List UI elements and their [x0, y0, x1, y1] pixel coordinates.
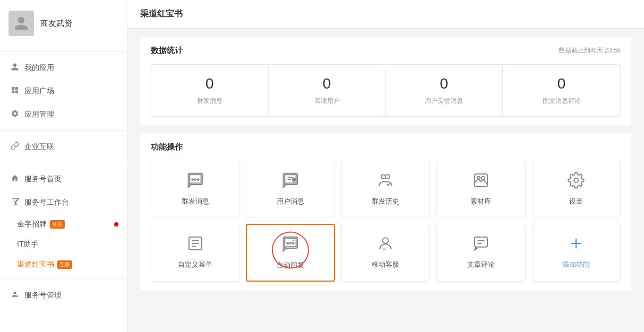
sidebar-sub-item-channel-redbook[interactable]: 渠道红宝书 互联 [0, 255, 127, 275]
function-mass-history[interactable]: 群发历史 [341, 161, 430, 217]
function-mass-msg-label: 群发消息 [182, 197, 209, 206]
article-comment-icon [473, 235, 490, 255]
function-auto-reply[interactable]: 自动回复 [246, 224, 334, 282]
stat-user-feedback-label: 用户反馈消息 [394, 97, 494, 106]
svg-point-1 [192, 179, 193, 180]
settings-icon [568, 172, 585, 191]
page-title: 渠道红宝书 [140, 9, 183, 18]
stats-data-time: 数据截止到昨天 23:59 [559, 46, 621, 55]
menu-list-icon [187, 235, 204, 255]
functions-row-1: 群发消息 用户消息 群发历史 [151, 161, 621, 217]
svg-point-13 [574, 178, 578, 182]
stats-grid: 0 群发消息 0 阅读用户 0 用户反馈消息 0 图文消息评论 [151, 64, 621, 117]
stat-mass-msg-value: 0 [160, 75, 260, 92]
function-mobile-service[interactable]: 移动客服 [341, 224, 430, 282]
function-mass-msg[interactable]: 群发消息 [151, 161, 239, 217]
person-icon [11, 63, 19, 73]
svg-point-0 [13, 292, 16, 294]
avatar [8, 11, 34, 36]
function-mobile-service-label: 移动客服 [372, 260, 399, 269]
content-area: 数据统计 数据截止到昨天 23:59 0 群发消息 0 阅读用户 0 用户反馈消… [127, 29, 644, 299]
user-profile: 商友武贤 [0, 0, 127, 47]
function-add[interactable]: 添加功能 [532, 224, 621, 282]
stat-mass-msg-label: 群发消息 [160, 97, 260, 106]
headset-icon [377, 235, 394, 255]
svg-point-3 [198, 179, 199, 180]
svg-point-2 [194, 179, 196, 180]
stats-section: 数据统计 数据截止到昨天 23:59 0 群发消息 0 阅读用户 0 用户反馈消… [140, 37, 631, 125]
username: 商友武贤 [40, 19, 72, 29]
svg-point-9 [385, 174, 390, 179]
auto-chat-icon [282, 235, 299, 255]
sidebar-sub-item-channel-redbook-label: 渠道红宝书 [17, 260, 54, 269]
sidebar-item-enterprise[interactable]: 企业互联 [0, 135, 127, 159]
svg-rect-22 [475, 237, 487, 247]
sidebar-item-my-apps-label: 我的应用 [24, 63, 54, 73]
group-history-icon [377, 172, 394, 191]
function-settings-label: 设置 [569, 197, 583, 206]
sidebar-item-service-manage-label: 服务号管理 [24, 291, 62, 300]
stat-graphic-comment: 0 图文消息评论 [503, 65, 620, 116]
grid-icon [11, 86, 19, 97]
sidebar-sub-item-golden-sign-label: 金字招牌 [17, 220, 47, 229]
sidebar-item-service-home-label: 服务号首页 [24, 174, 62, 184]
functions-section-title: 功能操作 [151, 142, 621, 152]
function-custom-menu[interactable]: 自定义菜单 [151, 224, 239, 282]
svg-point-8 [381, 174, 385, 179]
stats-section-header: 数据统计 数据截止到昨天 23:59 [151, 46, 621, 56]
stat-mass-msg: 0 群发消息 [151, 65, 269, 116]
sidebar-item-app-manage[interactable]: 应用管理 [0, 103, 127, 126]
function-mass-history-label: 群发历史 [372, 197, 399, 206]
function-auto-reply-label: 自动回复 [277, 260, 304, 270]
svg-point-18 [287, 242, 288, 244]
function-material-label: 素材库 [470, 197, 491, 206]
svg-point-19 [290, 242, 291, 244]
stats-section-title: 数据统计 [151, 46, 183, 56]
sidebar-item-app-market-label: 应用广场 [24, 86, 54, 96]
sidebar-sub-item-it-helper[interactable]: IT助手 [0, 234, 127, 255]
function-add-label: 添加功能 [562, 260, 590, 269]
function-material[interactable]: 素材库 [436, 161, 525, 217]
page-header: 渠道红宝书 [127, 0, 644, 29]
sidebar-item-service-manage[interactable]: 服务号管理 [0, 284, 127, 307]
function-article-comment[interactable]: 文章评论 [436, 224, 525, 282]
sidebar-item-service-home[interactable]: 服务号首页 [0, 168, 127, 191]
function-user-msg-label: 用户消息 [277, 197, 304, 206]
stat-graphic-comment-label: 图文消息评论 [511, 97, 612, 106]
sidebar-sub-item-golden-sign[interactable]: 金字招牌 互联 [0, 214, 127, 234]
sidebar-item-service-workbench-label: 服务号工作台 [24, 198, 69, 207]
svg-point-12 [482, 177, 485, 180]
sidebar-item-my-apps[interactable]: 我的应用 [0, 56, 127, 80]
stat-graphic-comment-value: 0 [511, 75, 612, 92]
plus-icon [568, 235, 585, 255]
main-content: 渠道红宝书 数据统计 数据截止到昨天 23:59 0 群发消息 0 阅读用户 [127, 0, 644, 332]
chat-bubble-icon [187, 172, 204, 191]
function-user-msg[interactable]: 用户消息 [246, 161, 334, 217]
badge-hulian-1: 互联 [50, 220, 65, 229]
chat-list-icon [282, 172, 299, 191]
sidebar: 商友武贤 我的应用 应用广场 应用管理 企业互联 服务号首页 [0, 0, 127, 332]
function-article-comment-label: 文章评论 [467, 260, 495, 269]
stat-read-users-value: 0 [277, 75, 377, 92]
functions-section: 功能操作 群发消息 用户消息 [140, 134, 631, 290]
sidebar-item-app-manage-label: 应用管理 [24, 110, 54, 119]
svg-point-21 [383, 238, 389, 243]
svg-point-6 [293, 178, 295, 181]
sidebar-sub-item-it-helper-label: IT助手 [17, 240, 38, 249]
badge-hulian-2: 互联 [57, 260, 72, 269]
stat-user-feedback: 0 用户反馈消息 [386, 65, 503, 116]
gear-icon [11, 109, 19, 120]
sidebar-item-app-market[interactable]: 应用广场 [0, 80, 127, 103]
link-icon [11, 142, 19, 152]
sidebar-item-enterprise-label: 企业互联 [24, 142, 54, 152]
material-icon [473, 172, 490, 191]
sidebar-item-service-workbench[interactable]: 服务号工作台 [0, 191, 127, 214]
svg-point-20 [293, 242, 294, 244]
function-settings[interactable]: 设置 [532, 161, 621, 217]
home-icon [11, 174, 19, 185]
stat-user-feedback-value: 0 [394, 75, 494, 92]
stat-read-users: 0 阅读用户 [269, 65, 386, 116]
functions-row-2: 自定义菜单 自动回复 移动客服 [151, 224, 621, 282]
function-custom-menu-label: 自定义菜单 [178, 260, 212, 269]
workbench-icon [11, 197, 19, 208]
